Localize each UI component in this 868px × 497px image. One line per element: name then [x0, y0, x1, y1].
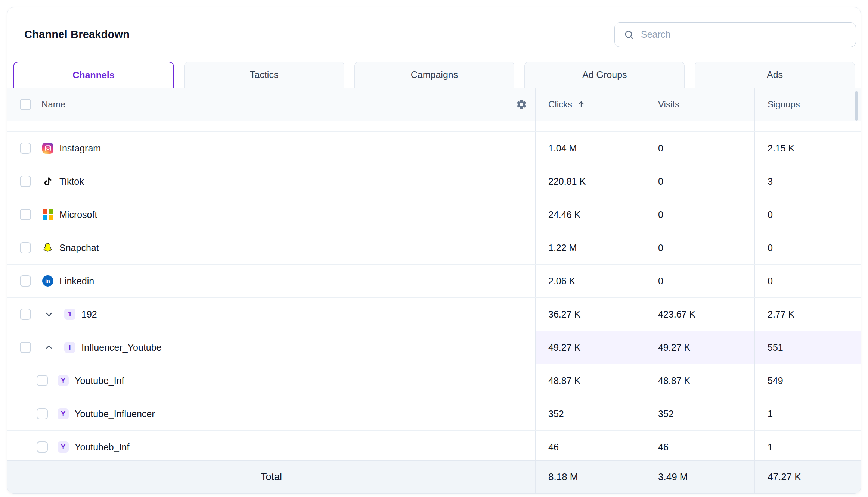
total-label-cell: Total: [7, 461, 535, 493]
cell-signups: 0: [754, 231, 861, 264]
tab-channels[interactable]: Channels: [13, 62, 174, 88]
tab-ad-groups[interactable]: Ad Groups: [524, 62, 685, 88]
row-checkbox[interactable]: [20, 176, 31, 187]
table-row-snapchat[interactable]: Snapchat 1.22 M 0 0: [7, 231, 861, 265]
cell-clicks: 352: [535, 397, 645, 430]
table-row-microsoft[interactable]: Microsoft 24.46 K 0 0: [7, 198, 861, 231]
row-checkbox[interactable]: [20, 342, 31, 353]
cell-name: Microsoft: [7, 198, 535, 231]
row-name: Influencer_Youtube: [81, 342, 162, 353]
instagram-icon: [42, 143, 53, 154]
cell-signups: 551: [754, 331, 861, 364]
cell-clicks: 36.27 K: [535, 298, 645, 331]
table-row-influencer-youtube[interactable]: I Influencer_Youtube 49.27 K 49.27 K 551: [7, 331, 861, 364]
table-header: Name Clicks Visits Signups: [7, 88, 861, 121]
column-header-visits[interactable]: Visits: [645, 88, 754, 121]
cell-clicks: 49.27 K: [535, 331, 645, 364]
cell-clicks: 1.04 M: [535, 132, 645, 165]
cell-name: Instagram: [7, 132, 535, 165]
column-header-signups-label: Signups: [768, 99, 800, 110]
cell-clicks: [535, 121, 645, 132]
cell-signups: 1: [754, 397, 861, 430]
vertical-scrollbar-thumb[interactable]: [855, 91, 858, 121]
tiktok-icon: [42, 176, 53, 187]
cell-name: [7, 121, 535, 132]
search-icon: [624, 29, 634, 40]
column-header-signups[interactable]: Signups: [754, 88, 861, 121]
column-header-visits-label: Visits: [658, 99, 679, 110]
tab-tactics[interactable]: Tactics: [184, 62, 344, 88]
cell-name: Snapchat: [7, 231, 535, 264]
group-badge: I: [64, 342, 75, 353]
column-header-name: Name: [7, 88, 535, 121]
tab-ads[interactable]: Ads: [695, 62, 855, 88]
table-row-partial[interactable]: [7, 121, 861, 132]
group-badge: 1: [64, 309, 75, 320]
row-checkbox[interactable]: [20, 143, 31, 154]
row-checkbox[interactable]: [20, 309, 31, 320]
cell-signups: 0: [754, 198, 861, 231]
sort-ascending-icon: [577, 100, 586, 109]
column-header-clicks-label: Clicks: [548, 99, 572, 110]
cell-clicks: 24.46 K: [535, 198, 645, 231]
table-row-192[interactable]: 1 192 36.27 K 423.67 K 2.77 K: [7, 298, 861, 331]
cell-visits: 0: [645, 132, 754, 165]
cell-visits: 0: [645, 165, 754, 198]
cell-clicks: 2.06 K: [535, 265, 645, 297]
cell-signups: 549: [754, 364, 861, 397]
child-badge: Y: [58, 408, 69, 419]
tab-campaigns[interactable]: Campaigns: [354, 62, 515, 88]
column-header-clicks[interactable]: Clicks: [535, 88, 645, 121]
select-all-checkbox[interactable]: [20, 99, 31, 110]
total-signups: 47.27 K: [754, 461, 861, 493]
linkedin-icon: in: [42, 275, 53, 287]
row-checkbox[interactable]: [37, 408, 48, 419]
row-checkbox[interactable]: [20, 209, 31, 220]
cell-name: Y Youtube_Influencer: [7, 397, 535, 430]
channel-breakdown-panel: Channel Breakdown Channels Tactics Campa…: [7, 7, 861, 494]
table-row-youtube-inf[interactable]: Y Youtube_Inf 48.87 K 48.87 K 549: [7, 364, 861, 397]
column-header-name-label: Name: [41, 99, 65, 110]
row-checkbox[interactable]: [37, 375, 48, 386]
cell-visits: 0: [645, 198, 754, 231]
row-name: Youtube_Influencer: [75, 409, 155, 419]
cell-clicks: 46: [535, 431, 645, 460]
entity-tabs: Channels Tactics Campaigns Ad Groups Ads: [7, 62, 861, 88]
column-settings-gear-icon[interactable]: [516, 99, 527, 110]
cell-name: in Linkedin: [7, 265, 535, 297]
table-row-youtube-influencer[interactable]: Y Youtube_Influencer 352 352 1: [7, 397, 861, 431]
snapchat-icon: [42, 242, 53, 253]
cell-signups: [754, 121, 861, 132]
child-badge: Y: [58, 375, 69, 386]
cell-signups: 0: [754, 265, 861, 297]
table-row-youtubeb-inf[interactable]: Y Youtubeb_Inf 46 46 1: [7, 431, 861, 460]
cell-clicks: 220.81 K: [535, 165, 645, 198]
row-name: Tiktok: [59, 176, 84, 187]
row-checkbox[interactable]: [37, 441, 48, 453]
page-title: Channel Breakdown: [24, 28, 130, 41]
table-body: Instagram 1.04 M 0 2.15 K Tiktok 220.81 …: [7, 121, 861, 460]
cell-visits: 352: [645, 397, 754, 430]
total-visits: 3.49 M: [645, 461, 754, 493]
cell-clicks: 1.22 M: [535, 231, 645, 264]
row-checkbox[interactable]: [20, 275, 31, 287]
table-row-instagram[interactable]: Instagram 1.04 M 0 2.15 K: [7, 132, 861, 165]
total-clicks: 8.18 M: [535, 461, 645, 493]
row-checkbox[interactable]: [20, 242, 31, 253]
table-row-tiktok[interactable]: Tiktok 220.81 K 0 3: [7, 165, 861, 198]
microsoft-icon: [42, 209, 53, 220]
chevron-down-icon[interactable]: [44, 309, 54, 319]
cell-visits: 49.27 K: [645, 331, 754, 364]
search-input[interactable]: [640, 29, 848, 40]
cell-name: Y Youtube_Inf: [7, 364, 535, 397]
row-name: Youtube_Inf: [75, 375, 124, 386]
table-row-linkedin[interactable]: in Linkedin 2.06 K 0 0: [7, 265, 861, 298]
cell-signups: 2.77 K: [754, 298, 861, 331]
search-box[interactable]: [614, 22, 856, 47]
cell-name: 1 192: [7, 298, 535, 331]
chevron-up-icon[interactable]: [44, 342, 54, 353]
table-row-partial-content: [7, 121, 861, 132]
total-row: Total 8.18 M 3.49 M 47.27 K: [7, 460, 861, 493]
panel-header: Channel Breakdown: [7, 7, 861, 62]
cell-visits: 48.87 K: [645, 364, 754, 397]
